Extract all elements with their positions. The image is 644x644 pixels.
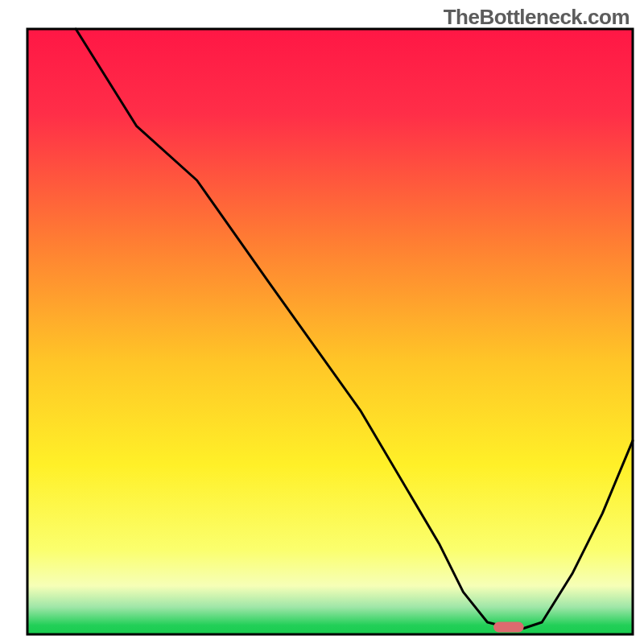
bottleneck-chart (0, 0, 644, 644)
optimal-range-marker (493, 621, 524, 632)
chart-background (27, 29, 633, 634)
chart-stage: TheBottleneck.com (0, 0, 644, 644)
